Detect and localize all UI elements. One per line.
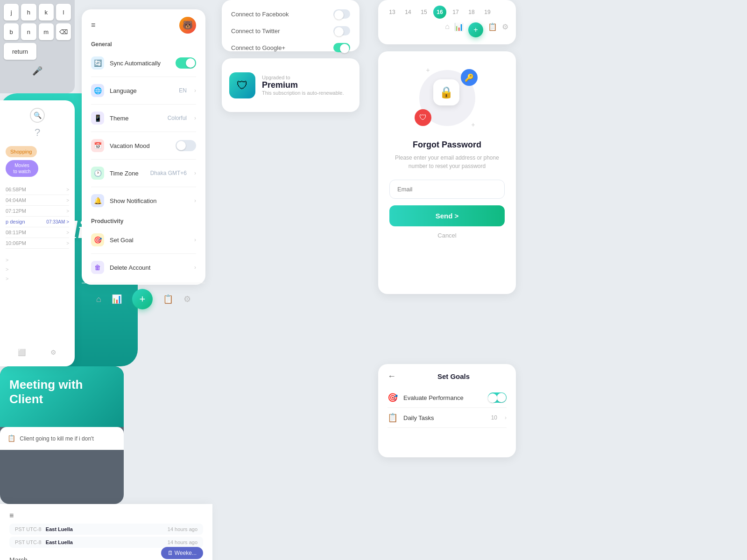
bottom-nav: ⌂ 📊 + 📋 ⚙	[82, 283, 205, 315]
globe-icon: 🌐	[91, 84, 104, 97]
settings-cal-icon[interactable]: ⚙	[502, 22, 508, 37]
key-j[interactable]: j	[4, 4, 19, 21]
social-twitter[interactable]: Connect to Twitter	[231, 22, 350, 39]
back-button[interactable]: ←	[388, 371, 396, 381]
language-value: EN	[179, 87, 187, 94]
alert-icon: 📋	[7, 434, 15, 442]
calendar-cal-icon[interactable]: 📋	[488, 22, 497, 37]
setting-vacation[interactable]: 📅 Vacation Mood	[82, 134, 205, 157]
key-n[interactable]: n	[21, 23, 36, 40]
key-l[interactable]: l	[56, 4, 71, 21]
avatar[interactable]: 🐻	[179, 17, 196, 34]
schedule-month: March	[9, 556, 34, 560]
plus-decoration2: +	[471, 121, 475, 128]
delete-label: Delete Account	[110, 264, 187, 271]
setting-notification[interactable]: 🔔 Show Notification ›	[82, 189, 205, 212]
goal-daily-tasks[interactable]: 📋 Daily Tasks 10 ›	[388, 408, 507, 428]
settings-small-icon[interactable]: ⚙	[47, 346, 60, 359]
language-label: Language	[110, 87, 173, 94]
setting-language[interactable]: 🌐 Language EN ›	[82, 79, 205, 102]
notification-icon: 🔔	[91, 194, 104, 207]
evaluate-label: Evaluate Performance	[403, 394, 482, 401]
sync-toggle[interactable]	[176, 57, 196, 69]
tasks-value: 10	[491, 414, 497, 421]
cal-date-18[interactable]: 18	[465, 6, 478, 19]
plus-decoration: +	[426, 66, 430, 74]
lock-illustration: 🔒 🔑 🛡 + +	[410, 65, 485, 131]
chevron-icon: ›	[194, 264, 196, 271]
key-backspace[interactable]: ⌫	[56, 23, 71, 40]
section-general: General	[82, 39, 205, 51]
schedule-header: ≡	[0, 504, 212, 524]
calendar-small-icon[interactable]: ⬜	[15, 346, 28, 359]
meeting-body-text: Client going to kill me if i don't	[20, 435, 93, 442]
cal-date-14[interactable]: 14	[402, 6, 415, 19]
fab-button[interactable]: +	[132, 289, 153, 309]
key-h[interactable]: h	[21, 4, 36, 21]
time-item: 04:04AM>	[6, 195, 69, 206]
key-b[interactable]: b	[4, 23, 19, 40]
cal-date-15[interactable]: 15	[417, 6, 430, 19]
fab-cal-button[interactable]: +	[468, 22, 483, 37]
social-google[interactable]: Connect to Google+	[231, 39, 350, 56]
cancel-button[interactable]: Cancel	[437, 232, 456, 239]
facebook-toggle[interactable]	[333, 9, 350, 19]
vacation-toggle[interactable]	[176, 140, 196, 151]
evaluate-icon: 🎯	[388, 392, 398, 403]
setting-goal[interactable]: 🎯 Set Goal ›	[82, 228, 205, 252]
social-panel: Connect to Facebook Connect to Twitter C…	[222, 0, 359, 51]
sync-label: Sync Automatically	[110, 60, 170, 67]
weekend-button[interactable]: 🗓 Weeke...	[161, 547, 203, 559]
google-toggle[interactable]	[333, 43, 350, 52]
chart-cal-icon[interactable]: 📊	[454, 22, 464, 37]
social-facebook[interactable]: Connect to Facebook	[231, 6, 350, 22]
time-item[interactable]: p design07:33AM >	[6, 217, 69, 227]
cal-date-13[interactable]: 13	[386, 6, 399, 19]
setting-delete[interactable]: 🗑 Delete Account ›	[82, 256, 205, 279]
key-return[interactable]: return	[4, 43, 36, 60]
key-k[interactable]: k	[39, 4, 54, 21]
time-item: 06:58PM>	[6, 184, 69, 195]
chevron-icon: ›	[194, 237, 196, 243]
email-input[interactable]	[389, 180, 505, 199]
settings-panel: ≡ 🐻 General 🔄 Sync Automatically 🌐 Langu…	[82, 9, 205, 285]
lock-icon: 🔒	[433, 79, 459, 105]
tz-name-2: East Luella	[46, 539, 73, 545]
search-icon[interactable]: 🔍	[30, 108, 45, 123]
calendar-nav-icon[interactable]: 📋	[163, 294, 173, 304]
tag-shopping[interactable]: Shopping	[6, 146, 37, 157]
forgot-password-panel: 🔒 🔑 🛡 + + Forgot Password Please enter y…	[378, 51, 516, 294]
twitter-label: Connect to Twitter	[231, 28, 333, 35]
setting-timezone[interactable]: 🕐 Time Zone Dhaka GMT+6 ›	[82, 161, 205, 185]
send-button[interactable]: Send >	[389, 205, 505, 226]
calendar-dates-panel: 13 14 15 16 17 18 19 ⌂ 📊 + 📋 ⚙	[378, 0, 516, 44]
schedule-menu-icon[interactable]: ≡	[9, 511, 14, 520]
key-m[interactable]: m	[39, 23, 54, 40]
home-cal-icon[interactable]: ⌂	[445, 22, 450, 37]
goal-evaluate[interactable]: 🎯 Evaluate Performance	[388, 388, 507, 408]
evaluate-toggle[interactable]	[488, 392, 507, 403]
section-productivity: Productivity	[82, 216, 205, 228]
meeting-panel: Meeting with Client 📋 Client going to ki…	[0, 366, 124, 504]
home-nav-icon[interactable]: ⌂	[96, 294, 101, 304]
schedule-date-block: March 16 Friday 🗓 Weeke...	[0, 552, 212, 560]
sync-icon: 🔄	[91, 56, 104, 70]
cal-date-19[interactable]: 19	[481, 6, 494, 19]
cal-date-16-active[interactable]: 16	[433, 6, 446, 19]
chart-nav-icon[interactable]: 📊	[112, 294, 122, 304]
goal-icon: 🎯	[91, 233, 104, 246]
twitter-toggle[interactable]	[333, 26, 350, 35]
menu-icon[interactable]: ≡	[91, 21, 95, 29]
settings-nav-icon[interactable]: ⚙	[183, 294, 191, 304]
setting-theme[interactable]: 📱 Theme Colorful ›	[82, 106, 205, 130]
cal-date-17[interactable]: 17	[449, 6, 462, 19]
microphone-icon[interactable]: 🎤	[29, 63, 46, 79]
tag-movies[interactable]: Moviesto watch	[6, 160, 38, 177]
vacation-label: Vacation Mood	[110, 142, 170, 149]
tz-name-1: East Luella	[46, 526, 73, 532]
goal-label: Set Goal	[110, 237, 187, 244]
setting-sync[interactable]: 🔄 Sync Automatically	[82, 51, 205, 75]
chevron-icon: ›	[194, 170, 196, 176]
meeting-body: 📋 Client going to kill me if i don't	[0, 427, 124, 450]
tz-time-1: 14 hours ago	[168, 526, 197, 532]
